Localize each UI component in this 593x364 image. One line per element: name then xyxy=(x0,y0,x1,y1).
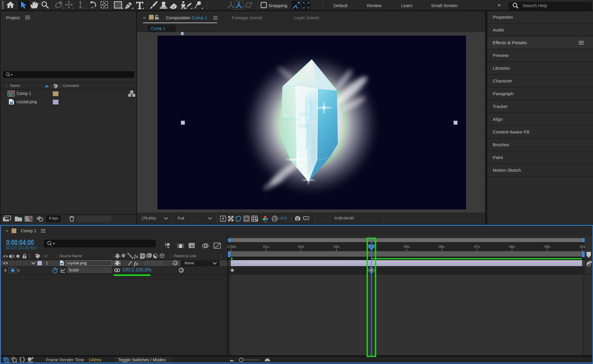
svg-text:08s: 08s xyxy=(509,245,515,249)
svg-text:02s: 02s xyxy=(298,245,304,249)
svg-text:09s: 09s xyxy=(544,245,550,249)
svg-text:fx: fx xyxy=(134,261,139,266)
svg-text:01s: 01s xyxy=(263,245,269,249)
svg-text:fx: fx xyxy=(134,254,139,259)
svg-text:07s: 07s xyxy=(474,245,480,249)
svg-text:06s: 06s xyxy=(439,245,445,249)
svg-text:03s: 03s xyxy=(333,245,339,249)
svg-text:10s: 10s xyxy=(579,245,585,249)
svg-text:0:00s: 0:00s xyxy=(227,245,236,249)
svg-text:05s: 05s xyxy=(404,245,410,249)
